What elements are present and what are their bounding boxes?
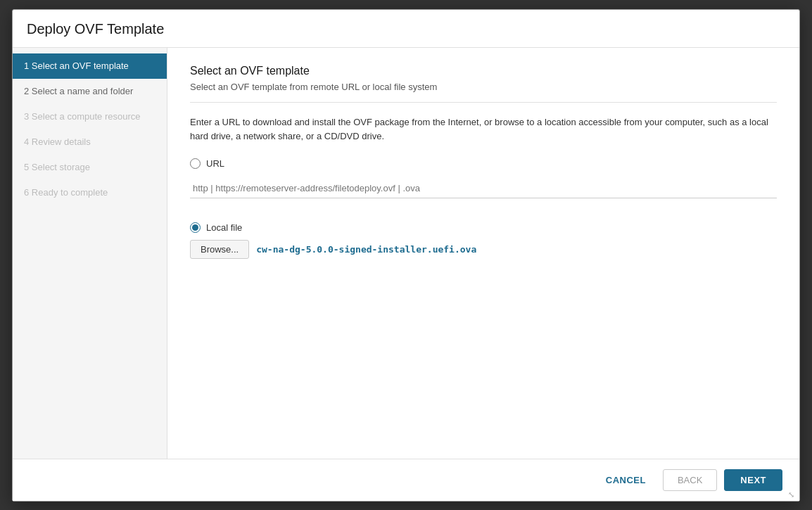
resize-handle: ⤡ — [788, 491, 797, 499]
url-option-label[interactable]: URL — [206, 158, 224, 169]
section-subtitle: Select an OVF template from remote URL o… — [190, 82, 777, 103]
browse-row: Browse... cw-na-dg-5.0.0-signed-installe… — [190, 240, 777, 259]
sidebar-item-step4: 4 Review details — [13, 129, 167, 155]
local-file-option-row: Local file — [190, 222, 777, 233]
url-option-row: URL — [190, 158, 777, 169]
dialog-footer: CANCEL BACK NEXT — [13, 459, 799, 501]
local-file-section: Local file Browse... cw-na-dg-5.0.0-sign… — [190, 222, 777, 259]
section-title: Select an OVF template — [190, 65, 777, 77]
dialog-title: Deploy OVF Template — [13, 10, 799, 48]
sidebar: 1 Select an OVF template 2 Select a name… — [13, 48, 167, 459]
sidebar-item-step5: 5 Select storage — [13, 155, 167, 180]
sidebar-item-step3: 3 Select a compute resource — [13, 104, 167, 129]
back-button: BACK — [663, 469, 717, 491]
local-file-option-label[interactable]: Local file — [206, 222, 242, 233]
sidebar-item-step1[interactable]: 1 Select an OVF template — [13, 53, 167, 79]
source-radio-group: URL — [190, 158, 777, 211]
deploy-ovf-dialog: Deploy OVF Template 1 Select an OVF temp… — [12, 9, 800, 502]
selected-file-name: cw-na-dg-5.0.0-signed-installer.uefi.ova — [256, 244, 476, 255]
sidebar-item-step2: 2 Select a name and folder — [13, 79, 167, 104]
url-input[interactable] — [190, 179, 777, 198]
local-file-radio[interactable] — [190, 222, 201, 233]
browse-button[interactable]: Browse... — [190, 240, 249, 259]
url-radio[interactable] — [190, 158, 201, 169]
main-content: Select an OVF template Select an OVF tem… — [167, 48, 799, 459]
cancel-button[interactable]: CANCEL — [596, 469, 656, 491]
sidebar-item-step6: 6 Ready to complete — [13, 180, 167, 205]
next-button[interactable]: NEXT — [724, 469, 782, 491]
dialog-body: 1 Select an OVF template 2 Select a name… — [13, 48, 799, 459]
description: Enter a URL to download and install the … — [190, 115, 777, 145]
